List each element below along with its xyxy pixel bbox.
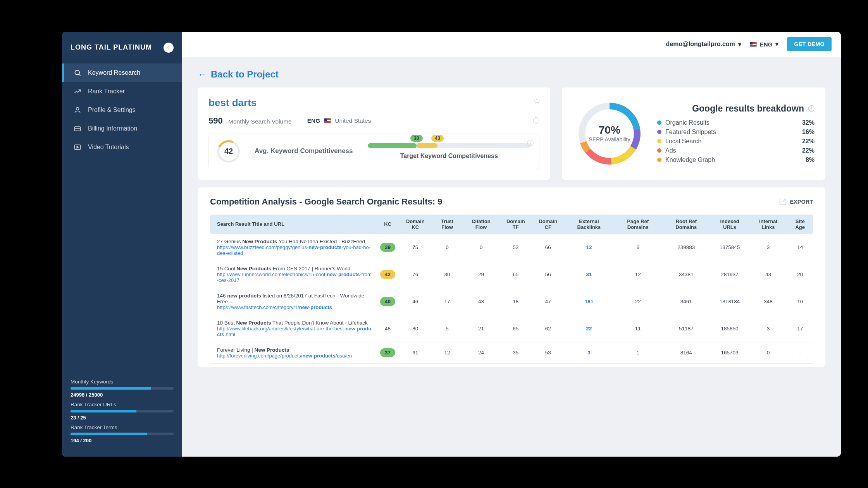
svg-point-2 bbox=[76, 107, 79, 110]
table-header[interactable]: Page Ref Domains bbox=[614, 215, 662, 234]
arrow-left-icon: ← bbox=[198, 69, 207, 80]
meter-bar bbox=[71, 433, 174, 435]
competition-table: Search Result Title and URLKCDomain KCTr… bbox=[210, 215, 813, 364]
table-cell[interactable]: 22 bbox=[564, 315, 613, 342]
table-cell: 34381 bbox=[662, 261, 710, 288]
serp-breakdown-right: Google results breakdown ⓘ Organic Resul… bbox=[657, 103, 815, 163]
breakdown-label: Knowledge Graph bbox=[665, 156, 715, 163]
tkc-pill-high: 43 bbox=[431, 135, 444, 142]
usage-meter: Rank Tracker Terms 194 / 200 bbox=[71, 424, 174, 443]
table-header[interactable]: Citation Flow bbox=[463, 215, 500, 234]
table-cell: 1375845 bbox=[710, 234, 749, 261]
table-cell[interactable]: 181 bbox=[564, 288, 613, 315]
table-row[interactable]: Forever Living | New Products http://for… bbox=[210, 342, 813, 363]
table-cell: 46 bbox=[399, 288, 432, 315]
user-icon bbox=[73, 106, 82, 114]
table-cell: 12 bbox=[614, 261, 662, 288]
breakdown-label: Featured Snippets bbox=[665, 129, 716, 135]
locale-block: ENG United States bbox=[307, 117, 371, 124]
user-email: demo@longtailpro.com bbox=[666, 41, 735, 48]
result-url[interactable]: http://foreverliving.com/page/products/n… bbox=[217, 353, 373, 359]
table-cell: 51187 bbox=[662, 315, 710, 342]
collapse-sidebar-button[interactable] bbox=[164, 43, 174, 53]
sidebar-item-keyword-research[interactable]: Keyword Research bbox=[62, 64, 182, 82]
table-header[interactable]: Domain TF bbox=[499, 215, 532, 234]
export-button[interactable]: EXPORT bbox=[779, 198, 813, 206]
kc-pill: 37 bbox=[380, 348, 395, 357]
table-cell: 17 bbox=[432, 288, 462, 315]
sidebar-item-video-tutorials[interactable]: Video Tutorials bbox=[62, 138, 182, 156]
info-icon[interactable]: ⓘ bbox=[808, 104, 815, 113]
user-menu[interactable]: demo@longtailpro.com ▾ bbox=[666, 41, 741, 48]
summary-row: ☆ best darts 590 Monthly Search Volume E… bbox=[198, 88, 825, 180]
table-cell: 348 bbox=[749, 288, 787, 315]
app-window: LONG TAIL PLATINUM Keyword ResearchRank … bbox=[62, 32, 841, 457]
export-label: EXPORT bbox=[790, 199, 813, 205]
table-cell: 0 bbox=[432, 234, 462, 261]
table-header[interactable]: KC bbox=[377, 215, 399, 234]
table-cell: 14 bbox=[787, 234, 813, 261]
table-header[interactable]: Trust Flow bbox=[432, 215, 462, 234]
result-url[interactable]: http://www.lifehack.org/articles/lifesty… bbox=[217, 326, 373, 337]
result-cell: Forever Living | New Products http://for… bbox=[210, 342, 377, 363]
meter-value: 23 / 25 bbox=[71, 415, 174, 421]
svg-marker-6 bbox=[77, 146, 78, 148]
search-volume: 590 bbox=[208, 116, 223, 125]
table-header[interactable]: Search Result Title and URL bbox=[210, 215, 377, 234]
meter-label: Rank Tracker Terms bbox=[71, 424, 174, 430]
table-cell: 21 bbox=[463, 315, 500, 342]
flag-icon bbox=[750, 42, 757, 47]
result-cell: 15 Cool New Products From CES 2017 | Run… bbox=[210, 261, 377, 288]
table-header[interactable]: Internal Links bbox=[749, 215, 787, 234]
legend-dot bbox=[657, 139, 661, 143]
table-cell: 80 bbox=[399, 315, 432, 342]
result-url[interactable]: http://www.runnersworld.com/electronics/… bbox=[217, 271, 373, 283]
serp-breakdown-card: 70% SERP Availability Google results bre… bbox=[562, 88, 825, 180]
get-demo-button[interactable]: GET DEMO bbox=[787, 37, 832, 51]
favorite-star-icon[interactable]: ☆ bbox=[533, 96, 541, 106]
sidebar-item-label: Rank Tracker bbox=[88, 88, 125, 95]
sidebar-item-billing-information[interactable]: Billing Information bbox=[62, 119, 182, 138]
table-cell: 1 bbox=[614, 342, 662, 363]
sidebar-item-profile-settings[interactable]: Profile & Settings bbox=[62, 101, 182, 119]
info-icon[interactable]: ⓘ bbox=[527, 139, 534, 148]
table-cell: 17 bbox=[787, 315, 813, 342]
back-to-project-link[interactable]: ← Back to Project bbox=[198, 69, 825, 80]
topbar: demo@longtailpro.com ▾ ENG ▾ GET DEMO bbox=[182, 32, 841, 57]
table-row[interactable]: 10 Best New Products That People Don't K… bbox=[210, 315, 813, 342]
kc-sub-card: 42 Avg. Keyword Competitiveness 30 43 Ta… bbox=[208, 134, 539, 169]
table-header[interactable]: Site Age bbox=[787, 215, 813, 234]
competition-header: Competition Analysis - Google Search Org… bbox=[210, 197, 813, 207]
table-cell: 35 bbox=[499, 342, 532, 363]
result-url[interactable]: https://www.fasttech.com/category/1/new-… bbox=[217, 304, 373, 310]
table-row[interactable]: 27 Genius New Products You Had No Idea E… bbox=[210, 234, 813, 261]
language-switcher[interactable]: ENG ▾ bbox=[750, 41, 779, 48]
table-row[interactable]: 15 Cool New Products From CES 2017 | Run… bbox=[210, 261, 813, 288]
meter-label: Rank Tracker URLs bbox=[71, 402, 174, 407]
breakdown-label: Local Search bbox=[665, 138, 701, 144]
table-header[interactable]: Indexed URLs bbox=[710, 215, 749, 234]
sidebar-item-rank-tracker[interactable]: Rank Tracker bbox=[62, 82, 182, 101]
table-header[interactable]: Root Ref Domains bbox=[662, 215, 710, 234]
keyword-title: best darts bbox=[208, 97, 539, 109]
breakdown-title-text: Google results breakdown bbox=[692, 103, 804, 114]
table-header[interactable]: External Backlinks bbox=[564, 215, 613, 234]
table-header[interactable]: Domain CF bbox=[532, 215, 564, 234]
table-cell: 165703 bbox=[710, 342, 749, 363]
sidebar-item-label: Video Tutorials bbox=[88, 144, 129, 151]
table-cell[interactable]: 31 bbox=[564, 261, 613, 288]
legend-dot bbox=[657, 120, 661, 125]
brand-logo: LONG TAIL PLATINUM bbox=[71, 43, 152, 52]
volume-block: 590 Monthly Search Volume bbox=[208, 116, 292, 126]
info-icon[interactable]: ⓘ bbox=[533, 116, 539, 125]
table-row[interactable]: 146 new products listed on 6/28/2017 at … bbox=[210, 288, 813, 315]
back-label: Back to Project bbox=[211, 69, 279, 80]
table-cell[interactable]: 3 bbox=[564, 342, 613, 363]
table-cell: 76 bbox=[399, 261, 432, 288]
table-header[interactable]: Domain KC bbox=[399, 215, 432, 234]
table-cell[interactable]: 12 bbox=[564, 234, 613, 261]
breakdown-label: Ads bbox=[665, 147, 676, 154]
table-cell: 24 bbox=[463, 342, 500, 363]
result-url[interactable]: https://www.buzzfeed.com/peggy/genius-ne… bbox=[217, 244, 373, 256]
donut-center: 70% SERP Availability bbox=[573, 97, 646, 170]
